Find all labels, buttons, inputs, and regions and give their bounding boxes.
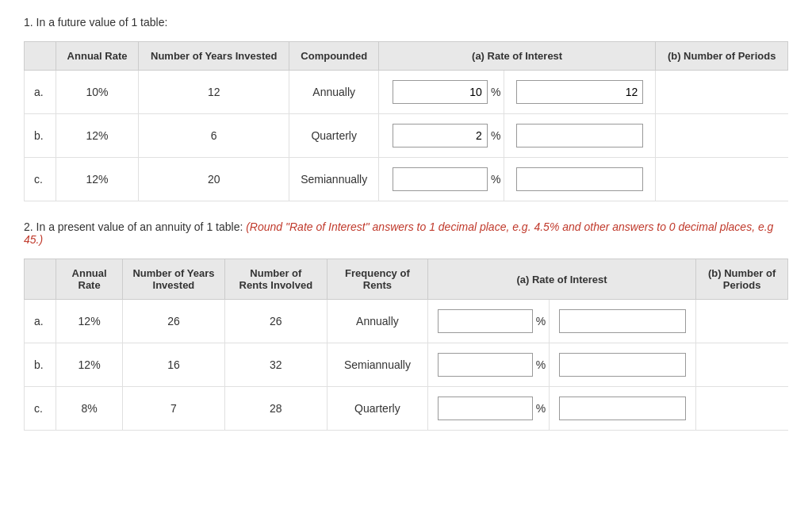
rate-of-interest-cell[interactable]: % xyxy=(378,158,504,201)
col2-header-number-of-periods: (b) Number of Periods xyxy=(696,259,788,300)
rate-of-interest-input[interactable] xyxy=(438,309,533,333)
rate-of-interest-cell[interactable]: % xyxy=(427,300,549,343)
percent-label: % xyxy=(536,315,546,328)
percent-label: % xyxy=(491,173,500,186)
compounded-cell: Quarterly xyxy=(289,114,379,158)
years-invested-cell: 26 xyxy=(123,300,225,343)
number-of-periods-input[interactable] xyxy=(516,124,643,147)
frequency-of-rents-cell: Quarterly xyxy=(327,387,428,431)
percent-label: % xyxy=(491,86,500,98)
number-of-periods-input[interactable] xyxy=(559,309,686,333)
col-header-years-invested: Number of Years Invested xyxy=(139,42,289,71)
row-letter: c. xyxy=(25,158,56,201)
section1-title: 1. In a future value of 1 table: xyxy=(24,16,788,29)
rate-of-interest-input[interactable] xyxy=(393,80,488,104)
col-header-annual-rate: Annual Rate xyxy=(56,42,139,71)
col2-header-annual-rate: Annual Rate xyxy=(56,259,123,300)
annual-rate-cell: 10% xyxy=(56,71,139,114)
annual-rate-cell: 12% xyxy=(56,300,123,343)
number-of-periods-cell[interactable] xyxy=(550,300,696,343)
percent-label: % xyxy=(536,358,546,371)
years-invested-cell: 12 xyxy=(139,71,289,114)
row-letter: b. xyxy=(25,114,56,158)
rate-of-interest-cell[interactable]: % xyxy=(427,387,549,431)
col-header-empty xyxy=(25,42,56,71)
rents-involved-cell: 32 xyxy=(224,343,327,387)
years-invested-cell: 7 xyxy=(123,387,225,431)
col2-header-rents-involved: Number of Rents Involved xyxy=(224,259,327,300)
number-of-periods-input[interactable] xyxy=(559,353,686,377)
rate-of-interest-input[interactable] xyxy=(438,396,533,420)
compounded-cell: Semiannually xyxy=(289,158,379,201)
table-row: b. 12% 16 32 Semiannually % xyxy=(25,343,788,387)
number-of-periods-cell[interactable] xyxy=(504,114,656,158)
section2-note: 2. In a present value of an annuity of 1… xyxy=(24,220,788,246)
compounded-cell: Annually xyxy=(289,71,379,114)
row-letter: a. xyxy=(25,300,56,343)
row-letter: b. xyxy=(25,343,56,387)
annual-rate-cell: 12% xyxy=(56,158,139,201)
number-of-periods-cell[interactable] xyxy=(504,158,656,201)
table-row: a. 10% 12 Annually % xyxy=(25,71,788,114)
col2-header-empty xyxy=(25,259,56,300)
col-header-compounded: Compounded xyxy=(289,42,379,71)
rate-of-interest-input[interactable] xyxy=(393,167,488,191)
row-letter: a. xyxy=(25,71,56,114)
percent-label: % xyxy=(536,402,546,415)
rate-of-interest-cell[interactable]: % xyxy=(427,343,549,387)
number-of-periods-input[interactable] xyxy=(516,167,643,191)
years-invested-cell: 6 xyxy=(139,114,289,158)
rate-of-interest-input[interactable] xyxy=(393,124,488,147)
table-row: b. 12% 6 Quarterly % xyxy=(25,114,788,158)
col2-header-rate-of-interest: (a) Rate of Interest xyxy=(427,259,695,300)
rents-involved-cell: 28 xyxy=(224,387,327,431)
number-of-periods-cell[interactable] xyxy=(550,343,696,387)
annual-rate-cell: 8% xyxy=(56,387,123,431)
frequency-of-rents-cell: Annually xyxy=(327,300,428,343)
rents-involved-cell: 26 xyxy=(224,300,327,343)
section2-table: Annual Rate Number of Years Invested Num… xyxy=(24,259,788,431)
rate-of-interest-cell[interactable]: % xyxy=(378,71,504,114)
number-of-periods-input[interactable] xyxy=(516,80,643,104)
percent-label: % xyxy=(491,129,500,142)
rate-of-interest-cell[interactable]: % xyxy=(378,114,504,158)
years-invested-cell: 20 xyxy=(139,158,289,201)
row-letter: c. xyxy=(25,387,56,431)
col2-header-years-invested: Number of Years Invested xyxy=(123,259,225,300)
number-of-periods-cell[interactable] xyxy=(550,387,696,431)
number-of-periods-input[interactable] xyxy=(559,396,686,420)
table-row: c. 12% 20 Semiannually % xyxy=(25,158,788,201)
annual-rate-cell: 12% xyxy=(56,114,139,158)
frequency-of-rents-cell: Semiannually xyxy=(327,343,428,387)
section1-table: Annual Rate Number of Years Invested Com… xyxy=(24,41,788,201)
col-header-rate-of-interest: (a) Rate of Interest xyxy=(378,42,655,71)
annual-rate-cell: 12% xyxy=(56,343,123,387)
number-of-periods-cell[interactable] xyxy=(504,71,656,114)
years-invested-cell: 16 xyxy=(123,343,225,387)
section2-title: 2. In a present value of an annuity of 1… xyxy=(24,220,243,233)
col-header-number-of-periods: (b) Number of Periods xyxy=(656,42,788,71)
col2-header-frequency-of-rents: Frequency of Rents xyxy=(327,259,428,300)
rate-of-interest-input[interactable] xyxy=(438,353,533,377)
table-row: a. 12% 26 26 Annually % xyxy=(25,300,788,343)
table-row: c. 8% 7 28 Quarterly % xyxy=(25,387,788,431)
